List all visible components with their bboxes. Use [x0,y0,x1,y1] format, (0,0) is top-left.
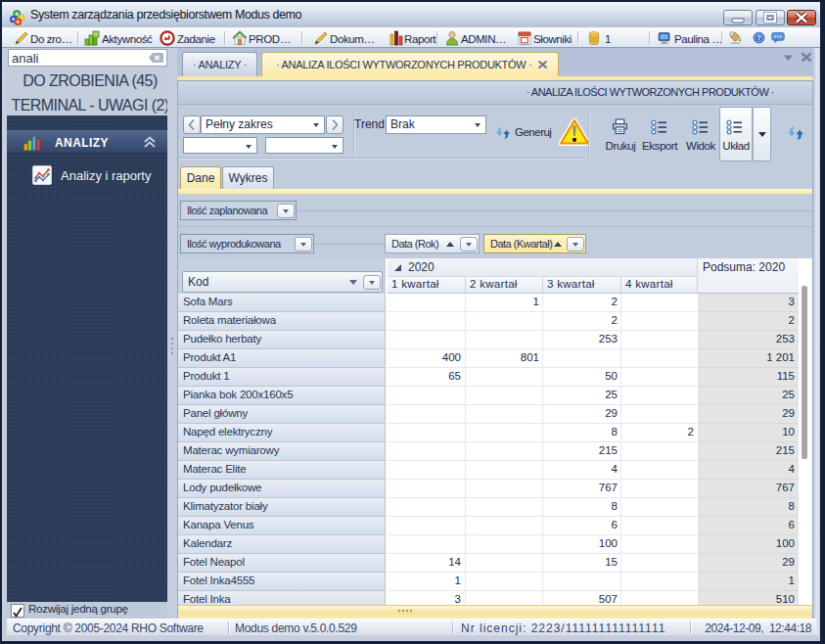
svg-text:?: ? [756,33,761,42]
